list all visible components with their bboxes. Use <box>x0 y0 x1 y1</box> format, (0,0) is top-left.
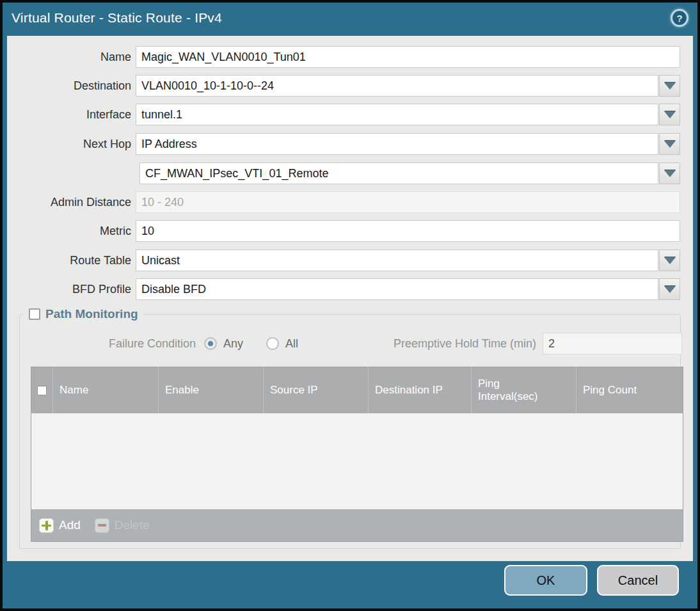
chevron-down-icon <box>664 111 676 118</box>
path-monitoring-checkbox[interactable] <box>29 308 40 320</box>
delete-button[interactable]: Delete <box>95 518 150 533</box>
column-header-ping-count[interactable]: Ping Count <box>577 367 683 413</box>
route-table-input[interactable] <box>136 250 658 271</box>
column-header-enable[interactable]: Enable <box>159 367 264 413</box>
preemptive-hold-time-input[interactable] <box>543 333 682 354</box>
failure-condition-label: Failure Condition <box>20 333 196 354</box>
path-monitoring-section: Path Monitoring Failure Condition Any Al… <box>19 314 681 549</box>
chevron-down-icon <box>664 83 676 90</box>
next-hop-type-input[interactable] <box>136 133 658 155</box>
admin-distance-input[interactable] <box>136 191 680 213</box>
column-header-destination-ip[interactable]: Destination IP <box>369 367 472 413</box>
dialog-titlebar: Virtual Router - Static Route - IPv4 ? <box>3 3 697 33</box>
column-header-ping-interval-text: Ping Interval(sec) <box>478 377 550 403</box>
table-header-row: Name Enable Source IP Destination IP Pin… <box>31 367 683 413</box>
column-header-ping-interval[interactable]: Ping Interval(sec) <box>472 367 577 413</box>
interface-label: Interface <box>7 104 131 125</box>
table-header-select-cell <box>31 367 53 413</box>
cancel-button[interactable]: Cancel <box>597 565 679 596</box>
minus-icon <box>95 518 109 533</box>
preemptive-hold-time-label: Preemptive Hold Time (min) <box>353 333 536 354</box>
chevron-down-icon <box>664 141 676 148</box>
dialog-title: Virtual Router - Static Route - IPv4 <box>12 3 222 33</box>
metric-label: Metric <box>7 220 131 242</box>
next-hop-label: Next Hop <box>7 133 131 155</box>
name-input[interactable] <box>136 46 680 68</box>
failure-condition-all-label: All <box>285 337 298 351</box>
next-hop-type-dropdown-button[interactable] <box>659 133 680 155</box>
chevron-down-icon <box>664 170 676 177</box>
dialog-footer: OK Cancel <box>3 561 697 608</box>
help-icon[interactable]: ? <box>671 9 688 27</box>
bfd-profile-dropdown-button[interactable] <box>659 278 680 300</box>
interface-input[interactable] <box>136 104 658 125</box>
admin-distance-label: Admin Distance <box>7 191 131 213</box>
destination-label: Destination <box>7 75 131 97</box>
bfd-profile-label: BFD Profile <box>7 278 131 300</box>
path-monitoring-title: Path Monitoring <box>45 307 138 321</box>
metric-input[interactable] <box>136 220 680 242</box>
delete-button-label: Delete <box>115 518 150 532</box>
path-monitoring-table: Name Enable Source IP Destination IP Pin… <box>31 367 683 542</box>
table-toolbar: Add Delete <box>31 509 683 541</box>
select-all-checkbox[interactable] <box>37 386 47 395</box>
failure-condition-all-radio[interactable] <box>266 337 279 350</box>
next-hop-address-input[interactable] <box>139 163 658 184</box>
dialog-body: Name Destination Interface Next Hop <box>7 36 693 561</box>
chevron-down-icon <box>664 257 676 264</box>
add-button[interactable]: Add <box>39 518 81 533</box>
path-monitoring-legend: Path Monitoring <box>24 307 143 321</box>
failure-condition-any-label: Any <box>223 337 243 351</box>
ok-button[interactable]: OK <box>504 565 587 596</box>
static-route-dialog: Virtual Router - Static Route - IPv4 ? N… <box>3 3 697 608</box>
next-hop-address-dropdown-button[interactable] <box>659 163 680 184</box>
failure-condition-any-radio[interactable] <box>204 337 217 350</box>
dialog-frame: Virtual Router - Static Route - IPv4 ? N… <box>0 0 700 611</box>
add-button-label: Add <box>59 518 81 532</box>
destination-dropdown-button[interactable] <box>659 75 680 97</box>
failure-condition-radio-group: Any All <box>204 333 315 354</box>
name-label: Name <box>7 46 131 68</box>
column-header-source-ip[interactable]: Source IP <box>264 367 369 413</box>
interface-dropdown-button[interactable] <box>659 104 680 125</box>
table-body-empty <box>31 413 683 509</box>
bfd-profile-input[interactable] <box>136 278 658 300</box>
destination-input[interactable] <box>136 75 658 97</box>
route-table-dropdown-button[interactable] <box>659 250 680 271</box>
plus-icon <box>39 518 54 533</box>
route-table-label: Route Table <box>7 250 131 271</box>
chevron-down-icon <box>664 286 676 293</box>
column-header-name[interactable]: Name <box>53 367 159 413</box>
